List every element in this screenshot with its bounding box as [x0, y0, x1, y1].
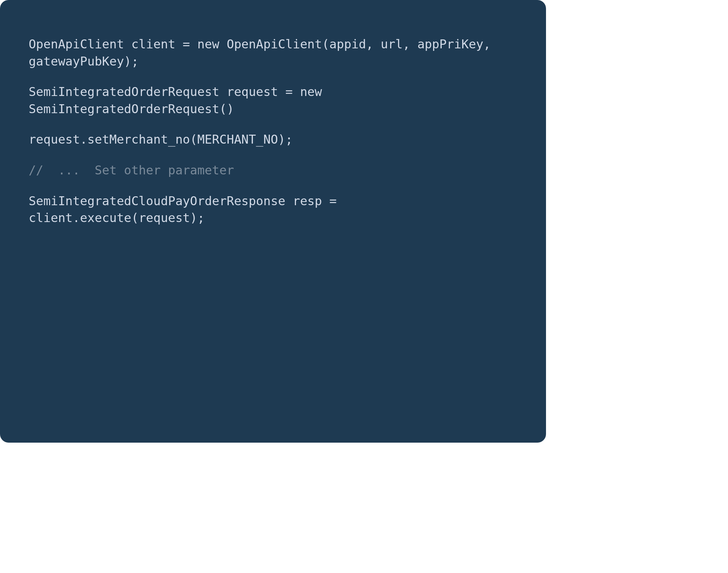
code-text: SemiIntegratedOrderRequest request = new… [29, 85, 329, 116]
code-statement-client-init: OpenApiClient client = new OpenApiClient… [29, 36, 517, 70]
code-statement-set-merchant: request.setMerchant_no(MERCHANT_NO); [29, 131, 517, 148]
code-text: OpenApiClient client = new OpenApiClient… [29, 37, 498, 68]
code-statement-execute: SemiIntegratedCloudPayOrderResponse resp… [29, 193, 517, 227]
code-comment: // ... Set other parameter [29, 162, 517, 179]
comment-text: // ... Set other parameter [29, 163, 234, 177]
code-block: OpenApiClient client = new OpenApiClient… [0, 0, 546, 443]
code-text: request.setMerchant_no(MERCHANT_NO); [29, 132, 293, 146]
code-statement-request-init: SemiIntegratedOrderRequest request = new… [29, 83, 517, 117]
code-text: SemiIntegratedCloudPayOrderResponse resp… [29, 194, 344, 225]
